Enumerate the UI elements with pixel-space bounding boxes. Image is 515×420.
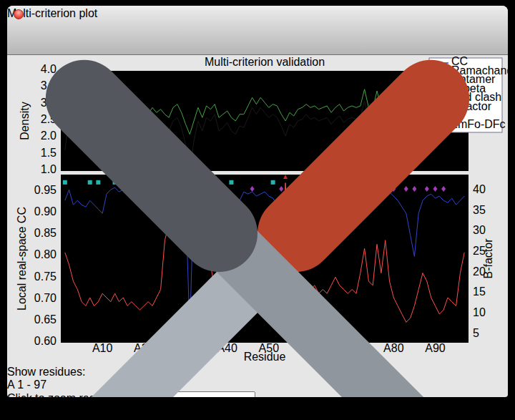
app-window: Multi-criterion plot Show/hide controls (7, 6, 508, 397)
minimize-button[interactable] (29, 9, 38, 18)
window-chrome: Multi-criterion plot Show/hide controls (7, 6, 508, 55)
toolbar: Show/hide controls Save (7, 21, 508, 397)
show-hide-controls-button[interactable]: Show/hide controls (7, 21, 508, 397)
title-bar[interactable]: Multi-criterion plot (7, 6, 508, 21)
zoom-button[interactable] (44, 9, 52, 18)
desktop-background: Multi-criterion plot Show/hide controls (0, 0, 515, 420)
traffic-lights (14, 9, 52, 19)
tools-icon (7, 21, 508, 397)
close-button[interactable] (14, 9, 24, 19)
